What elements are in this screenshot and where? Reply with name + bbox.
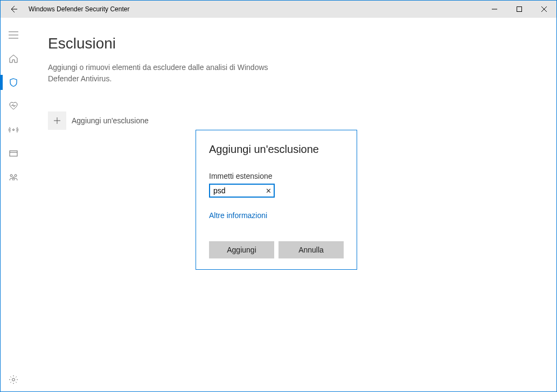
app-window: Windows Defender Security Center <box>0 0 557 392</box>
add-exclusion-label: Aggiungi un'esclusione <box>72 116 149 125</box>
plus-icon <box>48 111 66 130</box>
svg-rect-1 <box>517 7 522 12</box>
svg-point-10 <box>10 174 12 177</box>
sidebar-health-button[interactable] <box>1 94 26 118</box>
svg-point-13 <box>12 379 15 381</box>
dialog-add-button[interactable]: Aggiungi <box>209 241 274 258</box>
add-exclusion-dialog: Aggiungi un'esclusione Immetti estension… <box>196 130 357 270</box>
sidebar-settings-button[interactable] <box>1 368 26 391</box>
maximize-button[interactable] <box>507 1 532 18</box>
dialog-cancel-button[interactable]: Annulla <box>278 241 344 258</box>
dialog-button-row: Aggiungi Annulla <box>209 241 344 258</box>
sidebar-firewall-button[interactable] <box>1 118 26 142</box>
sidebar-menu-button[interactable] <box>1 23 26 47</box>
extension-input[interactable] <box>210 185 274 197</box>
sidebar-app-browser-button[interactable] <box>1 142 26 165</box>
clear-input-icon[interactable]: ✕ <box>266 187 271 194</box>
sidebar-home-button[interactable] <box>1 47 26 71</box>
extension-field-label: Immetti estensione <box>209 172 344 180</box>
svg-point-11 <box>15 174 17 177</box>
svg-point-12 <box>13 177 15 179</box>
sidebar <box>1 18 26 391</box>
page-title: Esclusioni <box>48 35 535 52</box>
svg-point-7 <box>13 129 15 131</box>
title-bar: Windows Defender Security Center <box>1 1 556 18</box>
app-body: Esclusioni Aggiungi o rimuovi elementi d… <box>1 18 556 391</box>
add-exclusion-button[interactable]: Aggiungi un'esclusione <box>48 111 149 130</box>
minimize-button[interactable] <box>482 1 507 18</box>
close-button[interactable] <box>532 1 556 18</box>
svg-rect-8 <box>10 151 17 156</box>
sidebar-family-button[interactable] <box>1 165 26 189</box>
sidebar-shield-button[interactable] <box>1 71 26 94</box>
back-button[interactable] <box>1 1 26 18</box>
window-title: Windows Defender Security Center <box>29 5 129 13</box>
more-info-link[interactable]: Altre informazioni <box>209 211 267 220</box>
window-controls <box>482 1 556 18</box>
extension-input-wrap: ✕ <box>209 184 275 198</box>
dialog-title: Aggiungi un'esclusione <box>209 143 344 156</box>
page-description: Aggiungi o rimuovi elementi da escludere… <box>48 62 296 85</box>
